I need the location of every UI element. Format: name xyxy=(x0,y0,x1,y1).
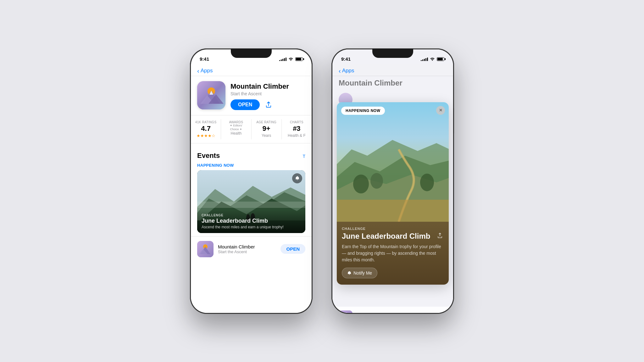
events-section: Events T HAPPENING NOW xyxy=(191,147,312,236)
bottom-app-name: Mountain Climber xyxy=(218,244,276,249)
stats-bar: 41K RATINGS 4.7 ★★★★☆ AWARDS ✦ Editors'C… xyxy=(191,115,312,143)
status-time-1: 9:41 xyxy=(200,56,209,62)
app-icon xyxy=(197,81,225,109)
open-button[interactable]: OPEN xyxy=(230,99,260,110)
close-button[interactable]: ✕ xyxy=(436,106,445,115)
phones-container: 9:41 xyxy=(190,48,454,314)
notify-me-button[interactable]: Notify Me xyxy=(342,268,377,278)
awards-stat: AWARDS ✦ Editors'Choice ✦ Health xyxy=(221,119,251,139)
event-detail-name: June Leaderboard Climb xyxy=(342,232,436,241)
svg-point-24 xyxy=(370,173,383,189)
event-type: CHALLENGE xyxy=(202,214,301,217)
bg-app-name: Mountain Climber xyxy=(332,76,453,90)
signal-icon xyxy=(279,57,286,61)
bottom-open-button[interactable]: OPEN xyxy=(280,244,305,254)
event-detail-card: HAPPENING NOW ✕ xyxy=(337,102,449,285)
section-title: Events xyxy=(197,152,220,160)
app-subtitle: Start the Ascent xyxy=(230,91,305,96)
power-button-2[interactable] xyxy=(454,108,454,133)
event-share-button[interactable] xyxy=(436,232,444,241)
happening-now-label: HAPPENING NOW xyxy=(197,163,305,168)
phone-2-screen: 9:41 xyxy=(332,49,453,313)
notch-2 xyxy=(372,48,413,58)
event-detail-info: CHALLENGE June Leaderboard Climb Earn th… xyxy=(337,222,449,285)
section-header: Events T xyxy=(197,152,305,160)
phone-1: 9:41 xyxy=(190,48,313,314)
app-info: Mountain Climber Start the Ascent OPEN xyxy=(230,81,305,110)
event-description: Ascend the most miles and earn a unique … xyxy=(202,225,301,229)
svg-point-25 xyxy=(420,174,434,191)
back-button-1[interactable]: ‹ Apps xyxy=(197,68,213,74)
svg-rect-13 xyxy=(197,202,305,208)
back-label-1: Apps xyxy=(201,68,213,74)
power-button[interactable] xyxy=(312,108,313,133)
chevron-left-icon: ‹ xyxy=(197,68,199,74)
svg-rect-26 xyxy=(339,310,353,313)
status-icons-1 xyxy=(279,57,303,61)
bottom-app-icon xyxy=(197,241,214,257)
bottom-app-info-2: Mountain Climber Start the Ascent xyxy=(357,313,391,313)
wifi-icon xyxy=(288,57,293,61)
signal-icon-2 xyxy=(421,57,428,61)
charts-stat: CHARTS #3 Health & F xyxy=(282,119,312,139)
back-label-2: Apps xyxy=(342,68,354,74)
battery-icon-2 xyxy=(437,57,444,61)
volume-up-button-2[interactable] xyxy=(331,103,332,121)
app-actions: OPEN xyxy=(230,99,305,110)
event-detail-title-row: June Leaderboard Climb xyxy=(342,232,444,241)
event-detail-type: CHALLENGE xyxy=(342,227,444,231)
volume-down-button-2[interactable] xyxy=(331,124,332,141)
nav-bar-1: ‹ Apps xyxy=(191,64,312,76)
bottom-app-row: Mountain Climber Start the Ascent OPEN xyxy=(191,236,312,262)
bottom-app-name-2: Mountain Climber xyxy=(357,313,391,313)
back-button-2[interactable]: ‹ Apps xyxy=(339,68,354,74)
notch xyxy=(231,48,272,58)
happening-now-badge: HAPPENING NOW xyxy=(341,107,385,115)
bell-button[interactable] xyxy=(292,173,302,183)
share-button[interactable] xyxy=(264,100,273,109)
phone2-bottom-app-row: Mountain Climber Start the Ascent xyxy=(332,307,453,313)
status-time-2: 9:41 xyxy=(341,56,351,62)
battery-icon xyxy=(295,57,303,61)
wifi-icon-2 xyxy=(430,57,435,61)
volume-down-button[interactable] xyxy=(190,124,190,141)
svg-point-23 xyxy=(353,175,369,193)
bell-icon xyxy=(347,271,352,275)
app-header: Mountain Climber Start the Ascent OPEN xyxy=(191,76,312,115)
phone-2: 9:41 xyxy=(331,48,454,314)
appstore-screen: ‹ Apps xyxy=(191,64,312,313)
bottom-app-subtitle: Start the Ascent xyxy=(218,249,276,254)
chevron-left-icon-2: ‹ xyxy=(339,68,341,74)
phone2-content: ‹ Apps Mountain Climber HAPPENING NOW ✕ xyxy=(332,64,453,313)
event-hero-image xyxy=(337,102,449,222)
svg-marker-22 xyxy=(337,200,449,222)
mute-button[interactable] xyxy=(190,89,190,99)
age-rating-stat: AGE RATING 9+ Years xyxy=(252,119,282,139)
event-card[interactable]: CHALLENGE June Leaderboard Climb Ascend … xyxy=(197,170,305,233)
notify-me-label: Notify Me xyxy=(353,270,372,276)
mute-button-2[interactable] xyxy=(331,89,332,99)
ratings-stat: 41K RATINGS 4.7 ★★★★☆ xyxy=(191,119,221,139)
phone-1-screen: 9:41 xyxy=(191,49,312,313)
volume-up-button[interactable] xyxy=(190,103,190,121)
bottom-app-info: Mountain Climber Start the Ascent xyxy=(218,244,276,254)
see-all-link[interactable]: T xyxy=(303,154,305,159)
event-detail-description: Earn the Top of the Mountain trophy for … xyxy=(342,243,444,263)
event-info: CHALLENGE June Leaderboard Climb Ascend … xyxy=(197,210,305,233)
status-icons-2 xyxy=(421,57,444,61)
app-name: Mountain Climber xyxy=(230,82,305,91)
nav-bar-2: ‹ Apps xyxy=(332,64,453,76)
event-name: June Leaderboard Climb xyxy=(202,218,301,224)
bottom-app-icon-2 xyxy=(339,310,353,313)
